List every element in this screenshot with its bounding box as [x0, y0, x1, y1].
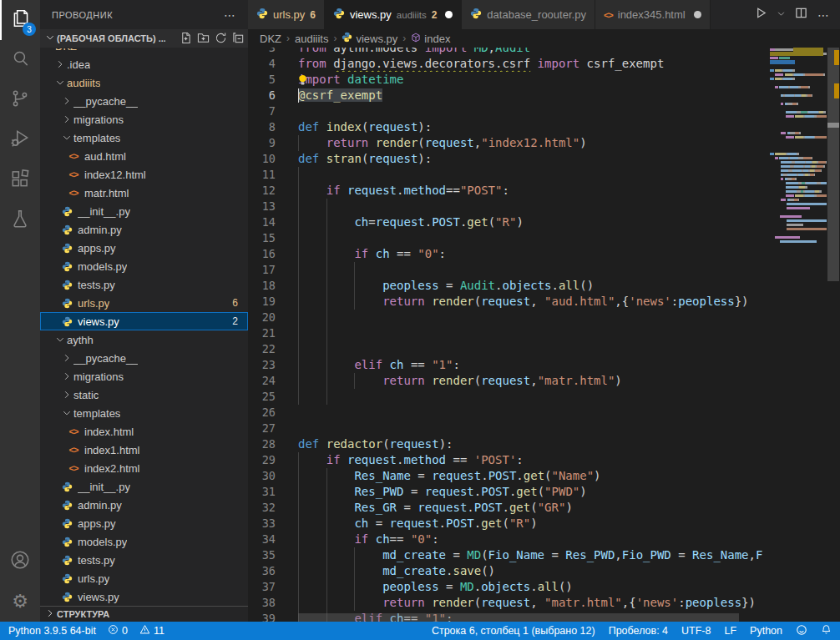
- tree-item-aud.html[interactable]: <>aud.html: [40, 147, 248, 165]
- code-line-8[interactable]: 8def index(request):: [248, 119, 770, 135]
- code-line-21[interactable]: 21: [248, 325, 770, 341]
- tree-item-__pycache__[interactable]: __pycache__: [40, 92, 248, 110]
- scrollbar-thumb[interactable]: [827, 48, 839, 281]
- code-line-23[interactable]: 23 elif ch == "1":: [248, 357, 770, 373]
- code-line-32[interactable]: 32 Res_GR = request.POST.get("GR"): [248, 500, 770, 516]
- code-line-22[interactable]: 22: [248, 341, 770, 357]
- status-UTF-8[interactable]: UTF-8: [681, 625, 711, 637]
- settings-button[interactable]: ⚙: [0, 582, 40, 622]
- tree-item-views.py[interactable]: views.py2: [40, 312, 248, 330]
- tree-item-static[interactable]: static: [40, 386, 248, 404]
- code-line-13[interactable]: 13: [248, 199, 770, 214]
- code-line-30[interactable]: 30 Res_Name = request.POST.get("Name"): [248, 468, 770, 484]
- minimap[interactable]: [770, 48, 827, 622]
- code-line-5[interactable]: 5import datetime: [248, 72, 770, 88]
- tree-item-__init__.py[interactable]: __init__.py: [40, 202, 248, 220]
- tree-item-admin.py[interactable]: admin.py: [40, 220, 248, 239]
- code-line-11[interactable]: 11: [248, 167, 770, 183]
- tree-item-apps.py[interactable]: apps.py: [40, 239, 248, 257]
- tree-item-aythh[interactable]: aythh: [40, 330, 248, 349]
- code-line-3[interactable]: 3from aythh.models import MD,Audit: [248, 48, 770, 56]
- code-line-14[interactable]: 14 ch=request.POST.get("R"): [248, 214, 770, 230]
- tree-item-urls.py[interactable]: urls.py: [40, 569, 248, 587]
- code-line-10[interactable]: 10def stran(request):: [248, 151, 770, 167]
- extensions-view-button[interactable]: [0, 160, 40, 200]
- tree-item-index2.html[interactable]: <>index2.html: [40, 459, 248, 477]
- code-line-26[interactable]: 26: [248, 405, 770, 421]
- split-editor-icon[interactable]: [795, 7, 807, 23]
- code-line-29[interactable]: 29 if request.method == 'POST':: [248, 452, 770, 468]
- feedback-button[interactable]: [796, 624, 807, 638]
- tree-item-migrations[interactable]: migrations: [40, 110, 248, 129]
- code-line-15[interactable]: 15: [248, 230, 770, 246]
- run-debug-view-button[interactable]: [0, 120, 40, 160]
- code-line-27[interactable]: 27: [248, 421, 770, 436]
- tab-views.py[interactable]: views.pyaudiiits2: [325, 0, 462, 29]
- workspace-section-header[interactable]: (РАБОЧАЯ ОБЛАСТЬ) ...: [40, 29, 248, 48]
- tree-item-__init__.py[interactable]: __init__.py: [40, 477, 248, 496]
- tree-item-__pycache__[interactable]: __pycache__: [40, 349, 248, 367]
- code-line-36[interactable]: 36 md_create.save(): [248, 563, 770, 579]
- code-line-9[interactable]: 9 return render(request,"index12.html"): [248, 135, 770, 151]
- source-control-view-button[interactable]: [0, 80, 40, 120]
- new-folder-icon[interactable]: [197, 32, 210, 46]
- tree-item-admin.py[interactable]: admin.py: [40, 496, 248, 514]
- code-line-28[interactable]: 28def redactor(request):: [248, 436, 770, 452]
- more-actions-icon[interactable]: ⋯: [817, 8, 830, 22]
- breadcrumb-item-index[interactable]: index: [411, 33, 450, 45]
- breadcrumb-item-DKZ[interactable]: DKZ: [260, 33, 281, 45]
- tree-item-index1.html[interactable]: <>index1.html: [40, 441, 248, 459]
- search-view-button[interactable]: [0, 40, 40, 80]
- status-error-icon[interactable]: 0: [108, 624, 128, 637]
- horizontal-scrollbar[interactable]: [298, 613, 739, 622]
- code-line-25[interactable]: 25: [248, 389, 770, 405]
- code-line-12[interactable]: 12 if request.method=="POST":: [248, 183, 770, 199]
- tree-item-audiiits[interactable]: audiiits: [40, 73, 248, 92]
- tree-item-templates[interactable]: templates: [40, 404, 248, 422]
- code-line-34[interactable]: 34 if ch== "0":: [248, 532, 770, 547]
- explorer-view-button[interactable]: 3: [0, 0, 40, 40]
- refresh-icon[interactable]: [215, 32, 227, 46]
- tree-item-views.py[interactable]: views.py: [40, 587, 248, 606]
- code-line-18[interactable]: 18 peopless = Audit.objects.all(): [248, 278, 770, 294]
- code-line-17[interactable]: 17: [248, 262, 770, 278]
- bell-button[interactable]: [821, 624, 832, 637]
- tree-item-DKZ[interactable]: DKZ: [40, 48, 248, 55]
- tree-item-models.py[interactable]: models.py: [40, 532, 248, 551]
- status-Строка 6, столбец 1 (выбрано 12)[interactable]: Строка 6, столбец 1 (выбрано 12): [432, 625, 595, 637]
- status-warning-icon[interactable]: 11: [139, 624, 164, 637]
- code-line-33[interactable]: 33 ch = request.POST.get("R"): [248, 516, 770, 532]
- tree-item-tests.py[interactable]: tests.py: [40, 275, 248, 294]
- vertical-scrollbar[interactable]: [827, 48, 840, 622]
- new-file-icon[interactable]: [180, 32, 192, 46]
- code-line-24[interactable]: 24 return render(request,"matr.html"): [248, 373, 770, 389]
- test-view-button[interactable]: [0, 200, 40, 240]
- tab-index345.html[interactable]: <>index345.html: [595, 0, 711, 29]
- tab-database_roouter.py[interactable]: database_roouter.py: [462, 0, 595, 29]
- code-line-6[interactable]: 6@csrf_exempt: [248, 88, 770, 103]
- code-line-35[interactable]: 35 md_create = MD(Fio_Name = Res_PWD,Fio…: [248, 547, 770, 563]
- tab-urls.py[interactable]: urls.py6: [248, 0, 325, 29]
- code-line-4[interactable]: 4from django.views.decorators.csrf impor…: [248, 56, 770, 72]
- outline-section-header[interactable]: СТРУКТУРА: [40, 606, 248, 622]
- code-line-19[interactable]: 19 return render(request, "aud.html",{'n…: [248, 294, 770, 310]
- tree-item-migrations[interactable]: migrations: [40, 367, 248, 386]
- run-icon[interactable]: [755, 7, 767, 23]
- tree-item-.idea[interactable]: .idea: [40, 55, 248, 73]
- tree-item-matr.html[interactable]: <>matr.html: [40, 184, 248, 202]
- status-Python 3.9.5 64-bit[interactable]: Python 3.9.5 64-bit: [8, 625, 96, 637]
- status-LF[interactable]: LF: [724, 625, 736, 637]
- collapse-all-icon[interactable]: [232, 32, 245, 46]
- chevron-down-icon[interactable]: [777, 10, 785, 19]
- tree-item-index.html[interactable]: <>index.html: [40, 422, 248, 441]
- tree-item-tests.py[interactable]: tests.py: [40, 551, 248, 569]
- status-Python[interactable]: Python: [750, 625, 782, 637]
- code-line-37[interactable]: 37 peopless = MD.objects.all(): [248, 579, 770, 595]
- code-line-38[interactable]: 38 return render(request, "matr.html",{'…: [248, 595, 770, 611]
- status-Пробелов: 4[interactable]: Пробелов: 4: [609, 625, 668, 637]
- code-line-7[interactable]: 7: [248, 103, 770, 119]
- code-lines[interactable]: 3from aythh.models import MD,Audit4from …: [248, 48, 770, 622]
- tree-item-models.py[interactable]: models.py: [40, 257, 248, 275]
- explorer-more-actions-icon[interactable]: ⋯: [224, 8, 236, 22]
- breadcrumb-item-audiiits[interactable]: audiiits: [295, 33, 328, 45]
